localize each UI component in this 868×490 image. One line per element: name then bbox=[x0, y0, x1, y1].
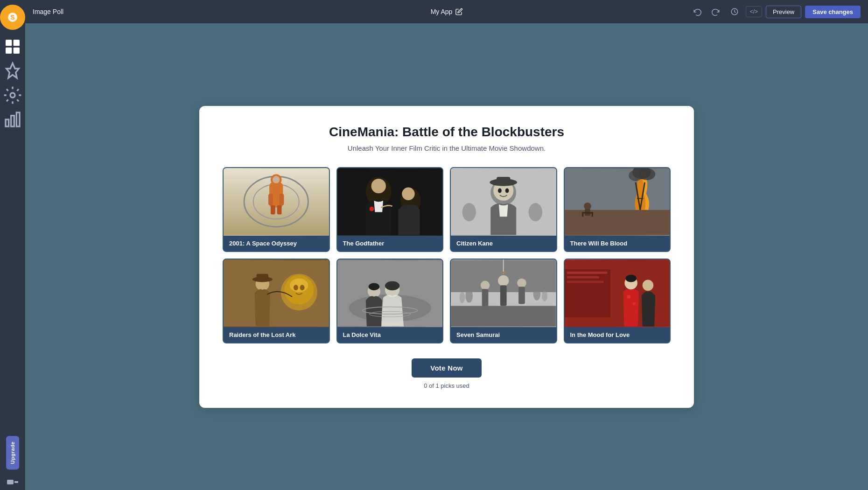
svg-point-63 bbox=[294, 285, 298, 290]
svg-point-99 bbox=[627, 294, 630, 298]
svg-rect-52 bbox=[582, 212, 593, 213]
edit-icon[interactable] bbox=[455, 8, 462, 15]
main-content: Image Poll My App </> Preview Save chang… bbox=[25, 0, 868, 490]
svg-point-86 bbox=[465, 289, 473, 302]
svg-point-101 bbox=[642, 280, 653, 291]
redo-button[interactable] bbox=[708, 4, 723, 19]
poll-subtitle: Unleash Your Inner Film Critic in the Ul… bbox=[223, 144, 671, 152]
movie-title-seven-samurai: Seven Samurai bbox=[451, 327, 556, 343]
sidebar-item-settings[interactable] bbox=[3, 86, 22, 105]
movie-title-space-odyssey: 2001: A Space Odyssey bbox=[224, 236, 329, 251]
svg-point-37 bbox=[498, 188, 502, 193]
svg-rect-53 bbox=[582, 212, 583, 217]
svg-rect-2 bbox=[6, 40, 12, 46]
svg-rect-83 bbox=[482, 289, 489, 306]
svg-point-6 bbox=[10, 93, 15, 98]
svg-rect-85 bbox=[518, 287, 525, 304]
svg-rect-54 bbox=[591, 212, 593, 217]
bottom-brand bbox=[7, 479, 18, 485]
svg-point-19 bbox=[273, 176, 280, 183]
movie-title-citizen-kane: Citizen Kane bbox=[451, 236, 556, 251]
svg-point-78 bbox=[498, 275, 509, 286]
svg-rect-11 bbox=[14, 481, 18, 483]
app-title-center: My App bbox=[431, 8, 463, 15]
svg-point-98 bbox=[625, 274, 637, 282]
svg-point-39 bbox=[462, 203, 476, 221]
svg-rect-94 bbox=[567, 271, 607, 273]
vote-section: Vote Now 0 of 1 picks used bbox=[223, 358, 671, 389]
movie-card-citizen-kane[interactable]: Citizen Kane bbox=[450, 167, 557, 252]
svg-point-87 bbox=[533, 287, 540, 300]
svg-rect-8 bbox=[11, 116, 14, 126]
svg-rect-20 bbox=[268, 194, 273, 205]
svg-point-30 bbox=[402, 187, 414, 200]
movie-title-godfather: The Godfather bbox=[337, 236, 443, 251]
poll-card: CineMania: Battle of the Blockbusters Un… bbox=[199, 106, 694, 408]
movie-title-dolce-vita: La Dolce Vita bbox=[337, 327, 443, 343]
app-logo[interactable]: S bbox=[0, 5, 25, 30]
poll-title: CineMania: Battle of the Blockbusters bbox=[223, 125, 671, 140]
canvas-area: CineMania: Battle of the Blockbusters Un… bbox=[25, 23, 868, 490]
movie-title-raiders: Raiders of the Lost Ark bbox=[224, 327, 329, 343]
svg-point-100 bbox=[633, 302, 636, 305]
movie-card-dolce-vita[interactable]: La Dolce Vita bbox=[336, 259, 444, 343]
svg-rect-4 bbox=[6, 48, 12, 54]
svg-rect-9 bbox=[16, 112, 20, 126]
svg-point-40 bbox=[529, 203, 542, 221]
svg-text:S: S bbox=[10, 14, 14, 21]
app-title-text: My App bbox=[431, 8, 453, 15]
sidebar-item-pin[interactable] bbox=[3, 62, 22, 80]
svg-rect-96 bbox=[567, 280, 603, 283]
svg-point-64 bbox=[300, 285, 305, 290]
svg-rect-21 bbox=[280, 194, 284, 205]
movie-card-godfather[interactable]: The Godfather bbox=[336, 167, 444, 252]
code-button[interactable]: </> bbox=[746, 6, 762, 17]
topbar-right: </> Preview Save changes bbox=[690, 4, 861, 19]
svg-point-38 bbox=[505, 188, 509, 193]
svg-rect-79 bbox=[500, 285, 507, 306]
svg-point-84 bbox=[517, 278, 526, 287]
movie-title-blood: There Will Be Blood bbox=[565, 236, 670, 251]
history-button[interactable] bbox=[727, 4, 742, 19]
svg-rect-23 bbox=[277, 205, 282, 214]
vote-status: 0 of 1 picks used bbox=[424, 382, 469, 389]
movie-card-raiders[interactable]: Raiders of the Lost Ark bbox=[223, 259, 330, 343]
app-name: Image Poll bbox=[33, 8, 63, 15]
svg-point-71 bbox=[368, 283, 379, 290]
svg-rect-10 bbox=[7, 480, 14, 484]
svg-point-28 bbox=[369, 206, 374, 211]
topbar: Image Poll My App </> Preview Save chang… bbox=[25, 0, 868, 23]
svg-point-89 bbox=[542, 290, 547, 301]
svg-point-46 bbox=[638, 168, 655, 180]
svg-rect-77 bbox=[451, 306, 556, 326]
svg-point-88 bbox=[460, 292, 465, 303]
sidebar: S Upgrade bbox=[0, 0, 25, 490]
svg-rect-36 bbox=[497, 177, 510, 185]
svg-rect-42 bbox=[565, 210, 670, 235]
svg-point-69 bbox=[385, 281, 399, 290]
svg-rect-95 bbox=[567, 276, 599, 278]
movie-card-mood-love[interactable]: In the Mood for Love bbox=[564, 259, 671, 343]
movie-card-seven-samurai[interactable]: Seven Samurai bbox=[450, 259, 557, 343]
movie-card-blood[interactable]: There Will Be Blood bbox=[564, 167, 671, 252]
svg-point-27 bbox=[371, 178, 385, 193]
svg-point-62 bbox=[290, 278, 308, 292]
sidebar-item-chart[interactable] bbox=[3, 110, 22, 129]
movies-grid: 2001: A Space Odyssey bbox=[223, 167, 671, 343]
svg-rect-59 bbox=[257, 273, 268, 281]
svg-point-50 bbox=[584, 202, 591, 210]
preview-button[interactable]: Preview bbox=[766, 6, 801, 18]
undo-button[interactable] bbox=[690, 4, 705, 19]
svg-rect-81 bbox=[501, 271, 506, 273]
svg-rect-22 bbox=[271, 205, 275, 214]
svg-rect-5 bbox=[14, 48, 20, 54]
upgrade-button[interactable]: Upgrade bbox=[6, 436, 19, 469]
svg-rect-7 bbox=[6, 119, 9, 126]
movie-card-space-odyssey[interactable]: 2001: A Space Odyssey bbox=[223, 167, 330, 252]
svg-rect-3 bbox=[14, 40, 20, 46]
sidebar-item-grid[interactable] bbox=[3, 37, 22, 56]
vote-button[interactable]: Vote Now bbox=[412, 358, 482, 378]
svg-point-82 bbox=[481, 280, 490, 290]
save-button[interactable]: Save changes bbox=[805, 6, 861, 18]
movie-title-mood-love: In the Mood for Love bbox=[565, 327, 670, 343]
